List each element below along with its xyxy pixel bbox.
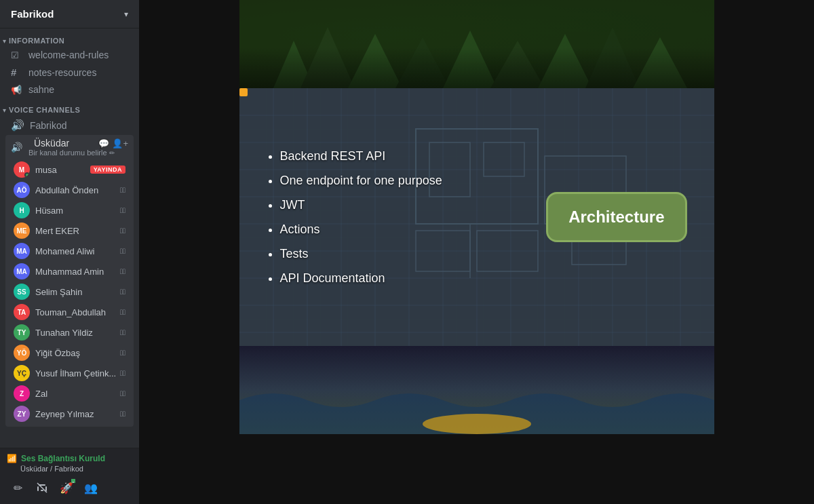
- connection-status: 📶 Ses Bağlantısı Kuruld: [7, 454, 132, 463]
- mute-icon-selim: 🎙̶: [120, 288, 125, 296]
- channel-fabrikod-voice[interactable]: 🔊 Fabrikod: [5, 116, 134, 134]
- slide-bullets-list: Backend REST API One endpoint for one pu…: [267, 144, 442, 290]
- voice-member-musa[interactable]: M musa YAYINDA: [8, 159, 131, 180]
- uskudar-header[interactable]: 🔊 Üsküdar 💬 👤+ Bir kanal durumu belirle …: [5, 135, 134, 159]
- svg-rect-0: [37, 486, 39, 491]
- bullet-5: Tests: [280, 241, 442, 266]
- voice-members-list: M musa YAYINDA AÖ Abdullah Önden 🎙̶ H Hü…: [5, 159, 134, 427]
- mute-icon-yusuf: 🎙̶: [120, 369, 125, 377]
- mute-icon-husam: 🎙̶: [120, 206, 125, 214]
- svg-marker-11: [490, 41, 545, 88]
- hash-icon: #: [11, 66, 23, 78]
- mute-icon-tunahan: 🎙̶: [120, 328, 125, 336]
- uskudar-subtitle: Bir kanal durumu belirle ✏: [28, 149, 128, 157]
- orange-indicator: [239, 88, 248, 96]
- yusuf-name: Yusuf İlham Çetink...: [35, 368, 117, 379]
- speaker-icon: 🔊: [11, 119, 24, 132]
- slide-top-image: [239, 0, 714, 88]
- voice-member-zal[interactable]: Z Zal 🎙̶: [8, 383, 131, 404]
- architecture-box: Architecture: [546, 192, 686, 242]
- slide-content: Backend REST API One endpoint for one pu…: [267, 144, 687, 290]
- selim-name: Selim Şahin: [35, 287, 117, 297]
- channel-sahne[interactable]: 📢 sahne: [5, 81, 134, 98]
- channel-welcome-and-rules[interactable]: ☑ welcome-and-rules: [5, 47, 134, 63]
- voice-member-selim[interactable]: SS Selim Şahin 🎙̶: [8, 282, 131, 302]
- activities-button[interactable]: 👥: [80, 477, 102, 499]
- zeynep-name: Zeynep Yılmaz: [35, 409, 117, 419]
- bullet-1: Backend REST API: [280, 144, 442, 168]
- muhammad-name: Muhammad Amin: [35, 267, 117, 277]
- server-header[interactable]: Fabrikod ▾: [0, 0, 139, 28]
- mute-icon-zeynep: 🎙̶: [120, 410, 125, 418]
- svg-rect-5: [239, 0, 714, 88]
- yigit-name: Yiğit Özbaş: [35, 348, 117, 358]
- voice-member-abdullah[interactable]: AÖ Abdullah Önden 🎙̶: [8, 180, 131, 200]
- svg-point-47: [423, 414, 531, 434]
- section-information[interactable]: ▾ INFORMATION: [0, 34, 139, 46]
- svg-rect-2: [45, 486, 47, 491]
- mute-icon-mert: 🎙̶: [120, 227, 125, 235]
- voice-member-zeynep[interactable]: ZY Zeynep Yılmaz 🎙̶: [8, 404, 131, 424]
- boost-button[interactable]: 🚀 •: [56, 477, 77, 499]
- voice-member-yusuf[interactable]: YÇ Yusuf İlham Çetink... 🎙̶: [8, 363, 131, 383]
- mohamed-name: Mohamed Aliwi: [35, 246, 117, 256]
- vc-action-icons: 💬 👤+: [98, 138, 128, 149]
- section-label-information: INFORMATION: [9, 37, 64, 45]
- voice-member-tunahan[interactable]: TY Tunahan Yildiz 🎙̶: [8, 322, 131, 343]
- voice-location: Üsküdar / Fabrikod: [20, 465, 132, 473]
- bullet-4: Actions: [280, 217, 442, 241]
- touman-name: Touman_Abdullah: [35, 307, 117, 317]
- mute-icon-muhammad: 🎙̶: [120, 267, 125, 275]
- voice-icon: 🔊: [11, 142, 23, 153]
- zal-name: Zal: [35, 389, 117, 399]
- slide-main: Backend REST API One endpoint for one pu…: [239, 88, 714, 346]
- deafen-button[interactable]: [31, 477, 53, 499]
- svg-rect-3: [41, 490, 43, 491]
- mute-icon-zal: 🎙̶: [120, 389, 125, 398]
- section-voice-channels[interactable]: ▾ VOICE CHANNELS: [0, 103, 139, 115]
- edit-status-button[interactable]: ✏: [7, 477, 28, 499]
- voice-member-husam[interactable]: H Hüsam 🎙̶: [8, 200, 131, 220]
- channel-list: ▾ INFORMATION ☑ welcome-and-rules # note…: [0, 28, 139, 448]
- tunahan-name: Tunahan Yildiz: [35, 328, 117, 338]
- bullet-3: JWT: [280, 193, 442, 217]
- voice-status-bar: 📶 Ses Bağlantısı Kuruld Üsküdar / Fabrik…: [0, 448, 139, 504]
- slide-container: Backend REST API One endpoint for one pu…: [139, 0, 814, 504]
- chevron-down-icon: ▾: [124, 9, 128, 19]
- architecture-label: Architecture: [568, 208, 664, 226]
- slide-bottom-image: [239, 346, 714, 434]
- mute-icon-yigit: 🎙̶: [120, 349, 125, 357]
- bullet-2: One endpoint for one purpose: [280, 168, 442, 193]
- section-label-voice: VOICE CHANNELS: [9, 106, 80, 114]
- collapse-voice-icon: ▾: [3, 106, 6, 114]
- chat-icon[interactable]: 💬: [98, 138, 109, 149]
- svg-marker-6: [273, 41, 314, 88]
- abdullah-name: Abdullah Önden: [35, 185, 117, 195]
- musa-avatar-initial: M: [19, 166, 24, 174]
- announce-icon: 📢: [11, 85, 23, 95]
- voice-member-mohamed[interactable]: MA Mohamed Aliwi 🎙̶: [8, 241, 131, 261]
- wifi-icon: 📶: [7, 454, 17, 463]
- edit-icon[interactable]: ✏: [109, 149, 115, 157]
- voice-member-touman[interactable]: TA Touman_Abdullah 🎙̶: [8, 302, 131, 322]
- add-member-icon[interactable]: 👤+: [112, 138, 128, 149]
- sidebar: Fabrikod ▾ ▾ INFORMATION ☑ welcome-and-r…: [0, 0, 139, 504]
- husam-name: Hüsam: [35, 206, 117, 216]
- voice-member-yigit[interactable]: YÖ Yiğit Özbaş 🎙̶: [8, 343, 131, 363]
- musa-name: musa: [35, 165, 86, 175]
- collapse-icon: ▾: [3, 37, 6, 45]
- channel-notes-resources[interactable]: # notes-resources: [5, 64, 134, 81]
- mute-icon-mohamed: 🎙̶: [120, 247, 125, 255]
- voice-member-mert[interactable]: ME Mert EKER 🎙̶: [8, 220, 131, 241]
- bullet-6: API Documentation: [280, 266, 442, 290]
- video-area: Backend REST API One endpoint for one pu…: [139, 0, 814, 504]
- yayinda-badge: YAYINDA: [90, 166, 125, 174]
- voice-member-muhammad[interactable]: MA Muhammad Amin 🎙̶: [8, 261, 131, 282]
- mute-icon-touman: 🎙̶: [120, 308, 125, 316]
- rules-icon: ☑: [11, 50, 23, 60]
- mute-icon-abdullah: 🎙̶: [120, 186, 125, 194]
- mert-name: Mert EKER: [35, 226, 117, 236]
- main-content: Backend REST API One endpoint for one pu…: [139, 0, 814, 504]
- connection-text: Ses Bağlantısı Kuruld: [21, 454, 105, 463]
- server-name: Fabrikod: [11, 8, 54, 20]
